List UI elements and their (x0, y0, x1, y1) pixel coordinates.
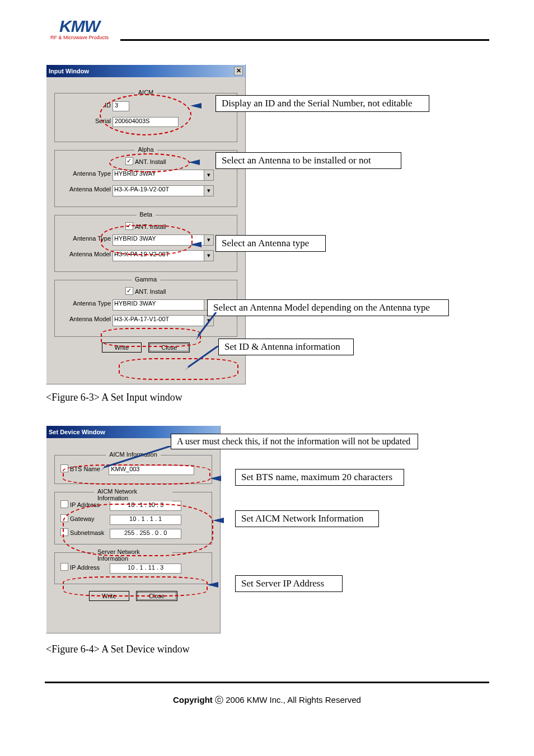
arrow-icon (189, 159, 200, 165)
subnet-checkbox[interactable] (60, 528, 68, 536)
callout: Select an Antenna type (216, 235, 326, 252)
antenna-type-select[interactable]: HYBRID 3WAY ▾ (113, 299, 214, 311)
group-title: Server Network Information (94, 548, 172, 562)
group-title: Alpha (134, 146, 157, 153)
titlebar[interactable]: Input Window ✕ (46, 65, 245, 77)
footer-rule (45, 682, 489, 683)
arrow-icon (210, 476, 221, 481)
callout: A user must check this, if not the infor… (171, 434, 418, 449)
input-window: Input Window ✕ AICM ID 3 Serial 20060400… (46, 64, 246, 384)
antenna-type-label: Antenna Type (60, 235, 111, 242)
antenna-type-label: Antenna Type (60, 170, 111, 177)
server-ip-label: IP Address (70, 564, 108, 571)
group-server-info: Server Network Information IP Address 10… (54, 552, 212, 584)
group-title: Beta (136, 211, 156, 218)
ip-label: IP Address (70, 501, 108, 508)
group-network-info: AICM Network Information IP Address 10 .… (54, 492, 212, 544)
subnet-label: Subnetmask (70, 529, 108, 536)
ip-field[interactable]: 10 . 1 . 10 . 3 (110, 501, 181, 511)
antenna-model-select[interactable]: H3-X-PA-19-V2-00T ▾ (113, 185, 214, 196)
server-ip-checkbox[interactable] (60, 563, 68, 571)
set-device-window: Set Device Window AICM Information BTS N… (46, 425, 221, 633)
gateway-label: Gateway (70, 515, 108, 522)
serial-label: Serial (60, 118, 111, 124)
group-title: AICM (135, 89, 157, 96)
serial-field: 200604003S (113, 117, 179, 127)
ant-install-checkbox[interactable]: ✓ (125, 157, 133, 165)
figure-caption: <Figure 6-3> A Set Input window (46, 392, 182, 403)
footer: Copyright ⓒ 2006 KMW Inc., All Rights Re… (0, 695, 534, 706)
gateway-field[interactable]: 10 . 1 . 1 . 1 (110, 515, 181, 525)
callout: Set AICM Network Information (235, 510, 379, 527)
ant-install-label: ANT. Install (135, 288, 166, 295)
callout: Select an Antenna to be installed or not (216, 152, 401, 169)
antenna-model-select[interactable]: H3-X-PA-17-V1-00T ▾ (113, 315, 214, 326)
group-aicm-info: AICM Information BTS Name KMW_003 (54, 455, 212, 484)
chevron-down-icon[interactable]: ▾ (204, 186, 213, 196)
header-rule (120, 39, 489, 41)
group-title: AICM Network Information (94, 488, 172, 501)
antenna-model-select[interactable]: H3-X-PA-19-V2-00T ▾ (113, 250, 214, 261)
close-button[interactable]: Close (148, 342, 190, 353)
group-beta: Beta ✓ ANT. Install Antenna Type HYBRID … (54, 215, 237, 272)
callout: Set ID & Antenna information (218, 339, 354, 355)
bts-name-field[interactable]: KMW_003 (109, 465, 194, 475)
ant-install-label: ANT. Install (135, 223, 166, 230)
window-title: Set Device Window (49, 429, 105, 435)
antenna-type-select[interactable]: HYBRID 3WAY ▾ (113, 170, 214, 181)
arrow-icon (207, 582, 218, 588)
id-label: ID (60, 102, 111, 109)
bts-name-checkbox[interactable] (60, 464, 68, 472)
bts-name-label: BTS Name (70, 466, 107, 472)
gateway-checkbox[interactable] (60, 514, 68, 522)
copyright-bold: Copyright (173, 695, 213, 705)
write-button[interactable]: Write (89, 591, 129, 601)
ant-install-label: ANT. Install (135, 158, 166, 165)
arrow-icon (213, 518, 224, 523)
server-ip-field[interactable]: 10 . 1 . 11 . 3 (110, 564, 181, 574)
close-button[interactable]: Close (136, 591, 177, 601)
group-aicm: AICM ID 3 Serial 200604003S (54, 93, 237, 142)
chevron-down-icon[interactable]: ▾ (204, 170, 213, 180)
id-field: 3 (113, 101, 129, 111)
close-icon[interactable]: ✕ (234, 67, 243, 76)
chevron-down-icon[interactable]: ▾ (204, 235, 213, 245)
ip-checkbox[interactable] (60, 500, 68, 508)
callout: Display an ID and the Serial Number, not… (216, 95, 429, 112)
logo: KMW RF & Microwave Products (50, 17, 109, 40)
ant-install-checkbox[interactable]: ✓ (125, 222, 133, 230)
copyright-rest: ⓒ 2006 KMW Inc., All Rights Reserved (213, 695, 361, 705)
callout: Set Server IP Address (235, 575, 343, 592)
ant-install-checkbox[interactable]: ✓ (125, 287, 133, 295)
logo-sub: RF & Microwave Products (50, 35, 109, 40)
antenna-model-label: Antenna Model (60, 186, 111, 192)
window-title: Input Window (49, 68, 89, 74)
logo-main: KMW (50, 17, 109, 36)
group-title: AICM Information (106, 451, 161, 458)
group-title: Gamma (132, 276, 160, 283)
subnet-field[interactable]: 255 . 255 . 0 . 0 (110, 529, 181, 539)
chevron-down-icon[interactable]: ▾ (204, 316, 213, 326)
group-alpha: Alpha ✓ ANT. Install Antenna Type HYBRID… (54, 150, 237, 207)
antenna-model-label: Antenna Model (60, 316, 111, 322)
antenna-type-label: Antenna Type (60, 300, 111, 307)
arrow-icon (190, 242, 202, 247)
chevron-down-icon[interactable]: ▾ (204, 251, 213, 261)
callout: Select an Antenna Model depending on the… (207, 299, 449, 316)
figure-caption: <Figure 6-4> A Set Device window (46, 644, 190, 655)
antenna-model-label: Antenna Model (60, 251, 111, 257)
write-button[interactable]: Write (102, 342, 142, 353)
arrow-icon (190, 103, 202, 109)
callout: Set BTS name, maximum 20 characters (235, 469, 404, 486)
